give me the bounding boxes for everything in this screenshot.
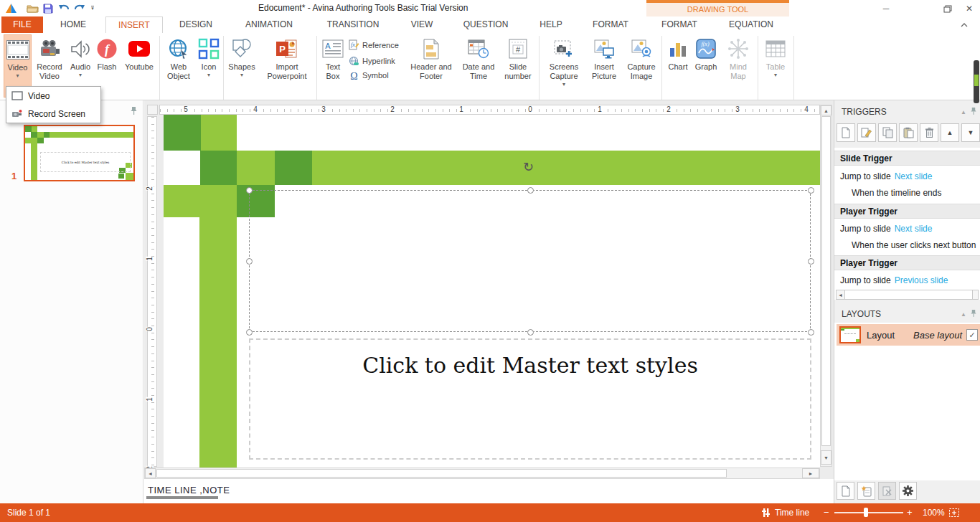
tab-drawing-format[interactable]: FORMAT (657, 16, 702, 33)
edit-trigger-button[interactable] (857, 123, 876, 142)
zoom-in-button[interactable]: + (907, 507, 913, 518)
new-trigger-button[interactable] (837, 123, 855, 142)
mind-map-button[interactable]: Mind Map (722, 34, 755, 98)
zoom-out-button[interactable]: − (824, 507, 829, 518)
copy-trigger-button[interactable] (878, 123, 897, 142)
resize-handle-se[interactable] (808, 329, 814, 336)
import-powerpoint-button[interactable]: P Import Powerpoint (260, 34, 314, 98)
trigger-condition-row: When the user clicks next button (834, 237, 980, 253)
scroll-up-icon[interactable]: ▲ (821, 105, 831, 115)
fit-to-window-icon[interactable] (948, 508, 960, 520)
tab-design[interactable]: DESIGN (175, 16, 217, 33)
scroll-down-icon[interactable]: ▼ (821, 450, 831, 465)
scroll-left-icon[interactable]: ◄ (837, 290, 845, 299)
vertical-scrollbar[interactable]: ▲ ▼ (820, 105, 832, 467)
pin-icon[interactable] (971, 309, 976, 319)
rotate-handle-icon[interactable]: ↻ (523, 159, 534, 175)
chart-button[interactable]: Chart (664, 34, 692, 98)
customize-qat-button[interactable]: ▾ (88, 2, 98, 14)
capture-image-button[interactable]: Capture Image (623, 34, 660, 98)
open-button[interactable] (24, 2, 40, 14)
timeline-toggle-label[interactable]: Time line (775, 508, 809, 518)
horizontal-scrollbar[interactable]: ◄ ► (144, 468, 820, 479)
tab-home[interactable]: HOME (56, 16, 90, 33)
redo-button[interactable] (72, 2, 88, 14)
selection-outline[interactable] (249, 190, 811, 332)
minimize-button[interactable]: ─ (877, 2, 895, 15)
trigger-target-link[interactable]: Next slide (895, 224, 933, 234)
trigger-action-row[interactable]: Jump to slideNext slide (834, 169, 980, 184)
text-box-button[interactable]: A Text Box (319, 34, 347, 98)
delete-trigger-button[interactable] (920, 123, 938, 142)
tab-format[interactable]: FORMAT (588, 16, 633, 33)
duplicate-layout-button[interactable] (857, 482, 875, 500)
zoom-slider-handle[interactable] (864, 508, 868, 517)
horizontal-scroll-thumb[interactable] (156, 469, 727, 478)
collapse-triggers-icon[interactable]: ▲ (961, 109, 966, 115)
collapse-layouts-icon[interactable]: ▲ (961, 311, 966, 318)
resize-handle-w[interactable] (246, 258, 253, 265)
resize-handle-s[interactable] (527, 329, 534, 336)
zoom-slider-track[interactable] (834, 512, 903, 513)
screens-capture-button[interactable]: Screens Capture ▾ (542, 34, 585, 98)
close-button[interactable]: ✕ (960, 2, 979, 15)
paste-trigger-button[interactable] (899, 123, 918, 142)
icon-button[interactable]: Icon ▾ (197, 34, 221, 98)
base-layout-checkbox[interactable]: ✓ (966, 329, 978, 341)
tab-help[interactable]: HELP (535, 16, 566, 33)
tab-question[interactable]: QUESTION (459, 16, 513, 33)
tab-insert[interactable]: INSERT (105, 16, 163, 34)
resize-handle-n[interactable] (527, 187, 534, 194)
hyperlink-button[interactable]: Hyperlink (349, 54, 395, 68)
restore-button[interactable] (938, 2, 957, 15)
trigger-action-row[interactable]: Jump to slidePrevious slide (834, 272, 980, 288)
layout-item-selected[interactable]: Layout Base layout ✓ (837, 324, 980, 346)
delete-layout-button[interactable] (878, 482, 896, 500)
move-trigger-up-button[interactable]: ▲ (941, 123, 959, 142)
youtube-button[interactable]: Youtube (121, 34, 158, 98)
menu-item-video[interactable]: Video (6, 87, 100, 105)
vertical-scroll-thumb[interactable] (821, 116, 831, 446)
header-footer-button[interactable]: Header and Footer (405, 34, 458, 98)
date-time-button[interactable]: Date and Time (459, 34, 498, 98)
layout-settings-button[interactable] (899, 482, 917, 500)
new-layout-button[interactable] (837, 482, 854, 500)
trigger-action-row[interactable]: Jump to slideNext slide (834, 221, 980, 237)
reference-button[interactable]: fx Reference (349, 38, 399, 52)
slide-thumbnail[interactable]: Click to edit Master text styles (24, 125, 135, 181)
resize-handle-sw[interactable] (246, 329, 253, 336)
tab-animation[interactable]: ANIMATION (241, 16, 297, 33)
scroll-left-icon[interactable]: ◄ (145, 468, 156, 478)
insert-picture-button[interactable]: Insert Picture (587, 34, 621, 98)
slide-number-button[interactable]: # Slide number (499, 34, 537, 98)
shapes-button[interactable]: Shapes ▾ (225, 34, 258, 98)
master-text[interactable]: Click to edit Master text styles (250, 353, 810, 378)
tab-timeline-note[interactable]: TIME LINE ,NOTE (148, 485, 230, 495)
pin-icon[interactable] (131, 106, 137, 118)
resize-handle-e[interactable] (808, 258, 814, 265)
undo-button[interactable] (56, 2, 72, 14)
timeline-toggle-icon[interactable] (762, 508, 772, 520)
pin-icon[interactable] (971, 107, 976, 117)
graph-button[interactable]: f(x) Graph (692, 34, 720, 98)
scroll-right-icon[interactable] (972, 290, 978, 299)
resize-handle-nw[interactable] (246, 187, 253, 194)
tab-file[interactable]: FILE (1, 16, 43, 33)
save-button[interactable] (40, 2, 56, 14)
tab-equation[interactable]: EQUATION (725, 16, 778, 33)
table-button[interactable]: Table ▾ (759, 34, 792, 98)
master-text-placeholder[interactable]: Click to edit Master text styles (249, 338, 811, 460)
video-item-icon (6, 91, 28, 100)
trigger-target-link[interactable]: Next slide (895, 171, 933, 181)
scroll-right-icon[interactable]: ► (802, 468, 819, 478)
collapse-ribbon-icon[interactable] (960, 20, 969, 30)
trigger-target-link[interactable]: Previous slide (895, 275, 948, 285)
resize-handle-ne[interactable] (808, 187, 814, 194)
triggers-scrollbar[interactable]: ◄ (836, 290, 979, 300)
tab-transition[interactable]: TRANSITION (323, 16, 384, 33)
menu-item-record-screen[interactable]: Record Screen (6, 105, 100, 123)
web-object-button[interactable]: Web Object (162, 34, 195, 98)
symbol-button[interactable]: Ω Symbol (349, 68, 389, 82)
move-trigger-down-button[interactable]: ▼ (961, 123, 980, 142)
tab-view[interactable]: VIEW (407, 16, 438, 33)
